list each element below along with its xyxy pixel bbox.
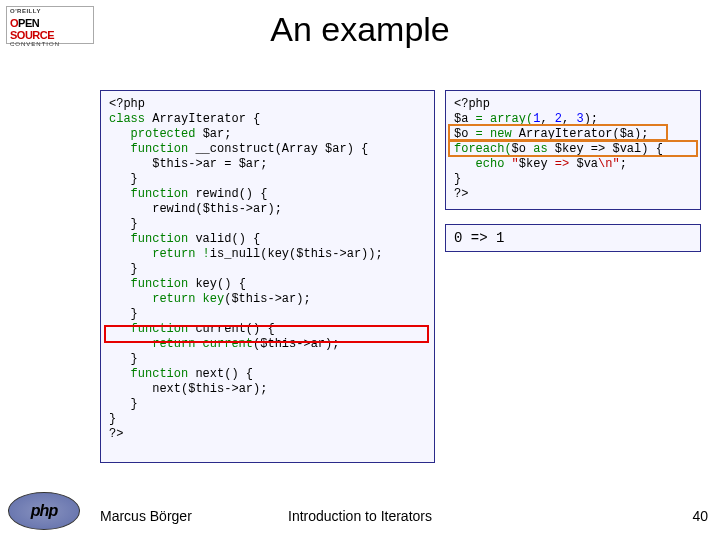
slide-title: An example bbox=[0, 10, 720, 49]
slide-footer: php Marcus Börger Introduction to Iterat… bbox=[0, 508, 720, 532]
code-block-left: <?php class ArrayIterator { protected $a… bbox=[100, 90, 435, 463]
footer-page-number: 40 bbox=[692, 508, 708, 524]
footer-presentation: Introduction to Iterators bbox=[0, 508, 720, 524]
code-block-right: <?php $a = array(1, 2, 3); $o = new Arra… bbox=[445, 90, 701, 210]
output-box: 0 => 1 bbox=[445, 224, 701, 252]
